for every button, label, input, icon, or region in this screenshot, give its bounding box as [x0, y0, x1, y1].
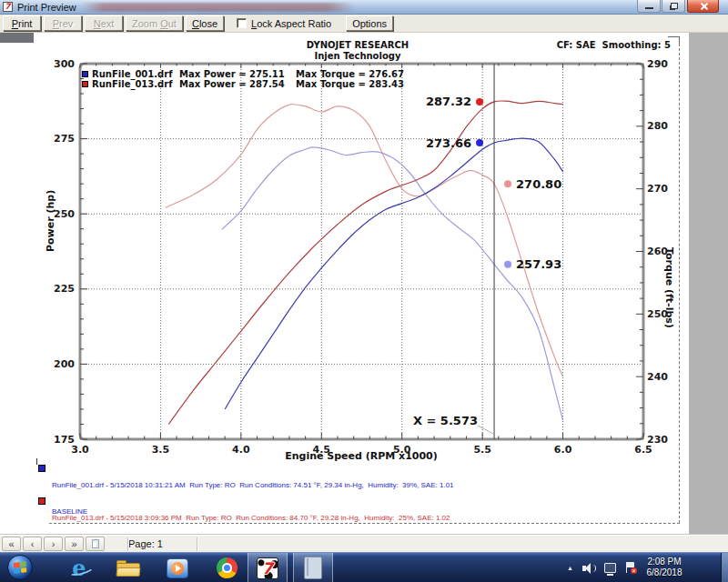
statusbar-separator: [197, 537, 198, 551]
chrome-button[interactable]: [211, 553, 242, 582]
next-page-button[interactable]: ›: [44, 537, 63, 551]
internet-explorer-button[interactable]: e: [64, 553, 95, 582]
show-desktop-button[interactable]: [721, 553, 728, 582]
media-player-button[interactable]: [162, 553, 193, 582]
winpep-app-button[interactable]: 7: [248, 553, 288, 582]
titlebar-watermark: [82, 3, 355, 12]
legend-swatch-red: [82, 81, 88, 87]
chart-legend: RunFile_001.drf Max Power = 275.11 Max T…: [82, 69, 404, 89]
page-indicator: Page: 1: [128, 538, 163, 549]
taskbar: e 7 ▲ ✕ 2:08 PM 6/8/2018: [0, 552, 728, 582]
legend-file: RunFile_001.drf: [92, 69, 179, 79]
lock-aspect-ratio-label: Lock Aspect Ratio: [251, 18, 331, 29]
curve: [225, 138, 562, 409]
svg-text:273.66: 273.66: [426, 136, 471, 150]
titlebar[interactable]: 7 Print Preview: [0, 0, 728, 15]
statusbar-separator: [127, 537, 129, 551]
restore-icon: [671, 3, 678, 9]
svg-text:287.32: 287.32: [426, 95, 471, 108]
cursor-x-label: X = 5.573: [403, 414, 478, 427]
run1-line1: RunFile_001.drf - 5/15/2018 10:31:21 AM …: [52, 481, 454, 490]
restore-button[interactable]: [662, 0, 685, 13]
toolbar: Print Prev Next Zoom Out Close Lock Aspe…: [0, 15, 728, 33]
marker-dot: [476, 98, 483, 105]
statusbar: « ‹ › » Page: 1: [0, 535, 728, 552]
run2-swatch: [38, 497, 46, 505]
legend-max-torque: Max Torque = 276.67: [296, 69, 404, 79]
chart-plot[interactable]: 287.32273.66270.80257.93: [77, 61, 646, 442]
prev-button[interactable]: Prev: [44, 15, 82, 31]
close-window-button[interactable]: [687, 0, 719, 13]
legend-max-power: Max Power = 287.54: [179, 79, 296, 89]
last-page-button[interactable]: »: [65, 537, 84, 551]
system-tray: ▲ ✕: [567, 553, 637, 582]
winpep-7-icon: 7: [257, 557, 278, 579]
close-preview-button[interactable]: Close: [186, 15, 224, 31]
workspace-background: [689, 33, 728, 535]
options-button[interactable]: Options: [346, 15, 393, 31]
prev-page-button[interactable]: ‹: [23, 537, 42, 551]
next-button[interactable]: Next: [85, 15, 123, 31]
text-caret-mark: [36, 458, 37, 465]
taskbar-clock[interactable]: 2:08 PM 6/8/2018: [639, 557, 690, 578]
hidden-icons-button[interactable]: ▲: [567, 565, 573, 571]
folder-icon: [116, 560, 140, 577]
first-page-button[interactable]: «: [2, 537, 21, 551]
app-icon: 7: [3, 2, 13, 12]
calculator-icon: [304, 557, 322, 579]
window-title: Print Preview: [17, 2, 76, 13]
legend-swatch-blue: [82, 71, 88, 77]
screen: { "window": { "title": "Print Preview" }…: [0, 0, 728, 582]
clock-date: 6/8/2018: [639, 567, 690, 578]
file-explorer-button[interactable]: [113, 553, 144, 582]
media-player-icon: [167, 558, 188, 578]
svg-text:270.80: 270.80: [516, 177, 561, 191]
run1-swatch: [38, 465, 46, 472]
minimize-button[interactable]: [637, 0, 661, 13]
legend-file: RunFile_013.drf: [92, 79, 179, 89]
lock-aspect-ratio-checkbox[interactable]: [237, 18, 247, 28]
clock-time: 2:08 PM: [639, 557, 690, 567]
zoom-out-button[interactable]: Zoom Out: [126, 15, 183, 31]
chart-subtitle: Injen Technology: [0, 51, 715, 61]
calculator-app-button[interactable]: [293, 553, 333, 582]
lock-aspect-ratio-group: Lock Aspect Ratio: [237, 18, 331, 29]
start-button[interactable]: [7, 555, 33, 580]
minimize-icon: [645, 7, 653, 9]
marker-dot: [504, 180, 511, 187]
curve: [168, 101, 562, 425]
legend-max-power: Max Power = 275.11: [179, 69, 296, 79]
page-margin-right: [679, 44, 680, 523]
chrome-icon: [217, 557, 238, 578]
page-margin-corner: [668, 36, 680, 44]
volume-icon[interactable]: [582, 563, 595, 574]
action-center-flag-icon[interactable]: ✕: [625, 562, 637, 574]
run2-line1: RunFile_013.drf - 5/15/2018 3:09:36 PM R…: [52, 514, 450, 523]
marker-dot: [504, 261, 511, 268]
curve: [166, 105, 563, 377]
page-setup-button[interactable]: [86, 537, 105, 551]
page-icon: [92, 539, 99, 548]
legend-max-torque: Max Torque = 283.43: [296, 79, 404, 89]
windows-logo-icon: [14, 561, 27, 574]
print-button[interactable]: Print: [3, 15, 41, 31]
marker-dot: [476, 139, 483, 146]
svg-text:257.93: 257.93: [516, 257, 561, 271]
print-preview-page: DYNOJET RESEARCH Injen Technology CF: SA…: [0, 33, 728, 535]
legend-row: RunFile_013.drf Max Power = 287.54 Max T…: [82, 79, 404, 89]
network-icon[interactable]: [604, 563, 616, 573]
correction-factor-label: CF: SAE Smoothing: 5: [557, 40, 671, 50]
legend-row: RunFile_001.drf Max Power = 275.11 Max T…: [82, 69, 404, 79]
internet-explorer-icon: e: [72, 557, 86, 579]
